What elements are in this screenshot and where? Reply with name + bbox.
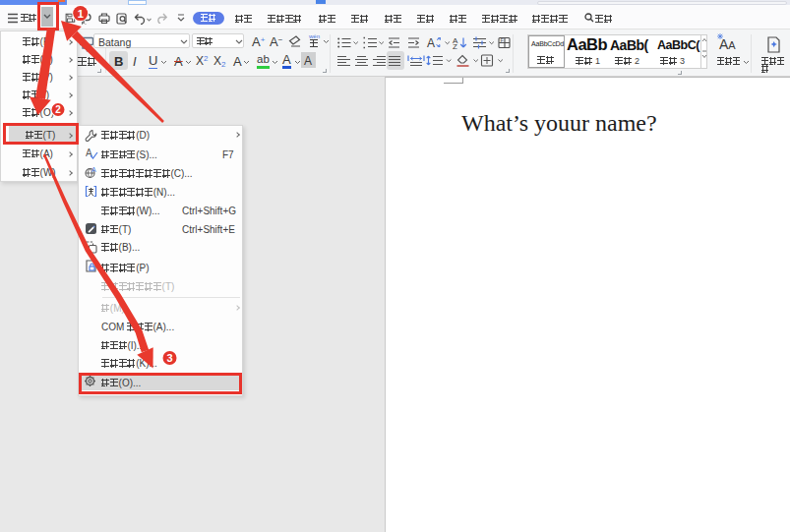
svg-text:Z: Z [453, 42, 457, 50]
svg-text:A: A [91, 166, 96, 173]
svg-text:A: A [427, 36, 435, 50]
